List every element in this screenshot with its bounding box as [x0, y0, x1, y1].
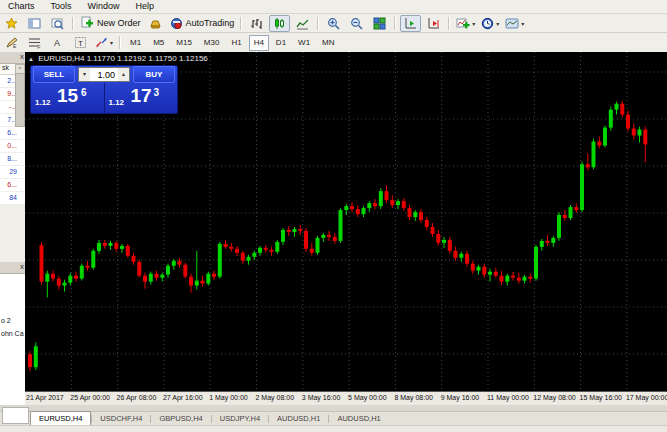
chart-tab-audusd-h1[interactable]: AUDUSD,H1 [269, 412, 328, 425]
buy-price-prefix: 1.12 [109, 98, 125, 107]
star-button[interactable] [1, 15, 22, 32]
text-tool-button[interactable]: A [47, 34, 68, 51]
market-watch-row[interactable]: 0... [0, 140, 25, 153]
sell-price[interactable]: 1.12 15 6 [31, 83, 105, 113]
menu-help[interactable]: Help [128, 0, 163, 13]
zoom-out-icon [350, 17, 363, 30]
market-watch-row[interactable]: 84 [0, 192, 25, 205]
time-axis-label: 5 May 00:00 [348, 394, 387, 401]
chart-window: ▲ EURUSD,H4 1.11770 1.12192 1.11750 1.12… [25, 52, 667, 405]
chevron-down-icon[interactable]: ▾ [521, 20, 524, 27]
market-watch-panel: x sk ^ 2...9...-...7...6...0...8...296..… [0, 52, 25, 205]
chart-shift-button[interactable] [423, 15, 444, 32]
line-chart-button[interactable] [292, 15, 313, 32]
panel-collapse-icon[interactable]: ▲ [28, 56, 34, 62]
zoom-out-button[interactable] [346, 15, 367, 32]
chevron-down-icon[interactable]: ▾ [472, 20, 475, 27]
toolbar-standard: New OrderAutoTrading▾▾▾ [0, 14, 667, 33]
bar-chart-icon [250, 17, 263, 30]
buy-button[interactable]: BUY [133, 66, 175, 83]
line-chart-icon [296, 17, 309, 30]
market-watch-row[interactable]: 6... [0, 179, 25, 192]
candlestick-chart-icon [273, 17, 286, 30]
market-watch-row[interactable]: 6... [0, 127, 25, 140]
arrows-tool-button[interactable]: ▾ [93, 34, 115, 51]
timeframe-mn-button[interactable]: MN [317, 35, 339, 51]
chart-ohlc-text: EURUSD,H4 1.11770 1.12192 1.11750 1.1215… [38, 54, 208, 63]
bar-chart-button[interactable] [246, 15, 267, 32]
timeframe-h4-button[interactable]: H4 [249, 35, 269, 51]
timeframe-w1-button[interactable]: W1 [293, 35, 315, 51]
volume-increase-icon[interactable]: ▴ [118, 68, 129, 81]
candlestick-chart-button[interactable] [269, 15, 290, 32]
chevron-down-icon[interactable]: ▾ [496, 20, 499, 27]
indicators-button[interactable]: ▾ [454, 15, 477, 32]
menu-bar: ChartsToolsWindowHelp [0, 0, 667, 14]
time-axis[interactable]: 21 Apr 201725 Apr 00:0026 Apr 08:0027 Ap… [25, 391, 667, 406]
toolbar-separator [448, 17, 450, 30]
time-axis-label: 15 May 16:00 [580, 394, 622, 401]
auto-scroll-button[interactable] [400, 15, 421, 32]
menu-charts[interactable]: Charts [0, 0, 43, 13]
market-watch-row[interactable]: 29 [0, 166, 25, 179]
navigator-tree-item[interactable]: o 2 [0, 314, 25, 327]
chevron-down-icon[interactable]: ▾ [110, 39, 113, 46]
metaeditor-button[interactable] [145, 15, 166, 32]
market-watch-titlebar[interactable]: x [0, 52, 25, 64]
close-icon[interactable]: x [20, 52, 24, 62]
sell-button[interactable]: SELL [33, 66, 75, 83]
new-order-button[interactable]: New Order [78, 15, 143, 32]
scrollbar-thumb[interactable] [15, 73, 25, 127]
timeframe-m1-button[interactable]: M1 [125, 35, 146, 51]
tile-windows-button[interactable] [369, 15, 390, 32]
time-axis-label: 2 May 08:00 [256, 394, 295, 401]
svg-text:A: A [54, 38, 60, 48]
timeframe-m30-button[interactable]: M30 [199, 35, 225, 51]
navigator-panel: x o 2ohn Ca [0, 262, 25, 405]
zoom-in-button[interactable] [323, 15, 344, 32]
menu-window[interactable]: Window [80, 0, 128, 13]
toolbar-separator [394, 17, 396, 30]
timeframe-m5-button[interactable]: M5 [148, 35, 169, 51]
time-axis-label: 27 Apr 16:00 [163, 394, 203, 401]
chart-tab-usdchf-h4[interactable]: USDCHF,H4 [92, 412, 150, 425]
auto-scroll-icon [404, 17, 417, 30]
profiles-window-button[interactable] [24, 15, 45, 32]
close-icon[interactable]: x [20, 262, 24, 272]
docked-panels-strip: x sk ^ 2...9...-...7...6...0...8...296..… [0, 52, 26, 405]
chart-tab-gbpusd-h4[interactable]: GBPUSD,H4 [151, 412, 210, 425]
horizontal-lines-button[interactable]: F [24, 34, 45, 51]
chart-tab-audusd-h1[interactable]: AUDUSD,H1 [329, 412, 388, 425]
chart-tab-usdjpy-h4[interactable]: USDJPY,H4 [212, 412, 268, 425]
timeframe-m15-button[interactable]: M15 [171, 35, 197, 51]
volume-stepper[interactable]: ▾ 1.00 ▴ [78, 67, 130, 82]
chart-tab-eurusd-h4[interactable]: EURUSD,H4 [30, 411, 91, 425]
toolbar-separator [240, 17, 242, 30]
periods-button[interactable]: ▾ [479, 15, 501, 32]
chart-shift-icon [427, 17, 440, 30]
market-watch-row[interactable]: 8... [0, 153, 25, 166]
buy-price[interactable]: 1.12 17 3 [105, 83, 178, 113]
toolbar-linestudies-timeframes: EFAT▾M1M5M15M30H1H4D1W1MN [0, 33, 667, 53]
menu-tools[interactable]: Tools [43, 0, 80, 13]
autotrading-icon [170, 17, 183, 30]
buy-price-pips: 17 [131, 85, 152, 107]
time-axis-label: 21 Apr 2017 [26, 394, 64, 401]
data-window-icon [51, 17, 64, 30]
volume-value[interactable]: 1.00 [90, 70, 118, 80]
indicators-icon [456, 17, 470, 30]
navigator-titlebar[interactable]: x [0, 262, 25, 274]
timeframe-d1-button[interactable]: D1 [271, 35, 291, 51]
volume-decrease-icon[interactable]: ▾ [79, 68, 90, 81]
text-label-button[interactable]: T [70, 34, 91, 51]
data-window-button[interactable] [47, 15, 68, 32]
templates-button[interactable]: ▾ [503, 15, 526, 32]
new-order-icon [80, 16, 94, 30]
navigator-tree-item[interactable]: ohn Ca [0, 327, 25, 340]
autotrading-button[interactable]: AutoTrading [168, 15, 237, 32]
time-axis-label: 25 Apr 00:00 [70, 394, 110, 401]
timeframe-h1-button[interactable]: H1 [226, 35, 246, 51]
time-axis-label: 11 May 00:00 [487, 394, 529, 401]
crosshair-pencil-button[interactable]: E [1, 34, 22, 51]
arrows-tool-icon [95, 36, 108, 49]
